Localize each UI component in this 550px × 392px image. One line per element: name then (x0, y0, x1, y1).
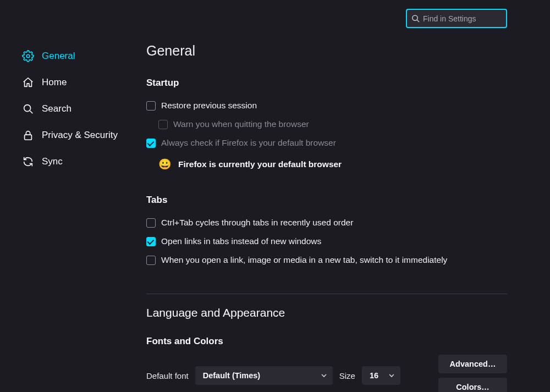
switch-tab-row[interactable]: When you open a link, image or media in … (146, 251, 507, 269)
advanced-button[interactable]: Advanced… (438, 355, 507, 373)
svg-line-1 (417, 20, 419, 22)
svg-line-4 (30, 111, 33, 114)
colors-button[interactable]: Colors… (438, 378, 507, 392)
checkbox-checked-icon[interactable] (146, 237, 156, 246)
search-icon (411, 14, 420, 23)
sync-icon (22, 156, 34, 168)
section-startup: Startup Restore previous session Warn yo… (146, 78, 507, 170)
sidebar-item-search[interactable]: Search (22, 96, 132, 122)
default-browser-status: 😀 Firefox is currently your default brow… (146, 152, 507, 170)
always-check-label: Always check if Firefox is your default … (161, 138, 336, 148)
settings-main: General Startup Restore previous session… (146, 43, 507, 392)
gear-icon (22, 50, 34, 62)
settings-sidebar: General Home Search Privacy & Security (22, 43, 132, 175)
svg-rect-5 (25, 135, 32, 140)
lock-icon (22, 129, 34, 141)
sidebar-item-label: Sync (42, 156, 63, 167)
sidebar-item-label: General (42, 51, 75, 62)
section-tabs: Tabs Ctrl+Tab cycles through tabs in rec… (146, 195, 507, 269)
tabs-heading: Tabs (146, 195, 507, 206)
always-check-row[interactable]: Always check if Firefox is your default … (146, 134, 507, 152)
warn-quit-label: Warn you when quitting the browser (173, 119, 309, 129)
checkbox-disabled-icon (158, 120, 168, 129)
restore-session-label: Restore previous session (161, 101, 257, 111)
default-font-select[interactable]: Default (Times) (195, 366, 333, 385)
search-icon (22, 103, 34, 115)
startup-heading: Startup (146, 78, 507, 89)
fonts-heading: Fonts and Colors (146, 336, 507, 347)
checkbox-unchecked-icon[interactable] (146, 256, 156, 265)
open-links-row[interactable]: Open links in tabs instead of new window… (146, 232, 507, 251)
sidebar-item-label: Privacy & Security (42, 130, 118, 141)
sidebar-item-general[interactable]: General (22, 43, 132, 69)
svg-point-0 (413, 15, 417, 20)
default-font-label: Default font (146, 371, 189, 380)
default-font-value: Default (Times) (203, 371, 260, 380)
font-size-select[interactable]: 16 (362, 366, 400, 385)
font-size-value: 16 (370, 371, 378, 380)
warn-quit-row: Warn you when quitting the browser (146, 115, 507, 134)
ctrl-tab-row[interactable]: Ctrl+Tab cycles through tabs in recently… (146, 213, 507, 232)
settings-search-input[interactable] (423, 14, 519, 23)
checkbox-unchecked-icon[interactable] (146, 218, 156, 228)
ctrl-tab-label: Ctrl+Tab cycles through tabs in recently… (161, 218, 353, 228)
sidebar-item-label: Search (42, 103, 72, 114)
default-browser-message: Firefox is currently your default browse… (178, 159, 342, 169)
checkbox-checked-icon[interactable] (146, 139, 156, 148)
sidebar-item-home[interactable]: Home (22, 69, 132, 96)
smiley-icon: 😀 (158, 158, 172, 170)
sidebar-item-label: Home (42, 77, 67, 88)
divider (146, 294, 507, 294)
open-links-label: Open links in tabs instead of new window… (161, 236, 321, 246)
checkbox-unchecked-icon[interactable] (146, 101, 156, 111)
chevron-down-icon (321, 372, 327, 379)
svg-point-2 (26, 54, 30, 58)
language-heading: Language and Appearance (146, 306, 507, 319)
section-language: Language and Appearance Fonts and Colors… (146, 306, 507, 392)
home-icon (22, 76, 34, 89)
sidebar-item-sync[interactable]: Sync (22, 148, 132, 175)
sidebar-item-privacy[interactable]: Privacy & Security (22, 122, 132, 148)
page-title: General (146, 43, 507, 59)
size-label: Size (339, 371, 355, 380)
chevron-down-icon (388, 372, 395, 379)
restore-session-row[interactable]: Restore previous session (146, 96, 507, 115)
svg-point-3 (24, 105, 31, 112)
settings-search[interactable] (406, 9, 507, 28)
switch-tab-label: When you open a link, image or media in … (161, 255, 447, 265)
